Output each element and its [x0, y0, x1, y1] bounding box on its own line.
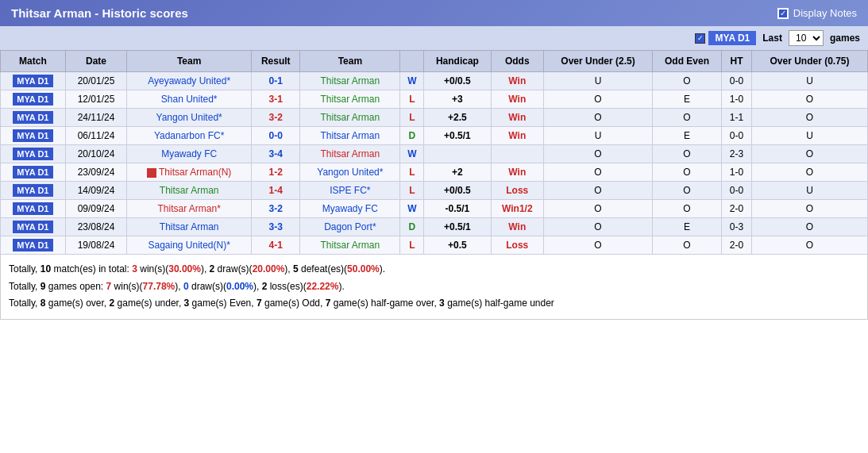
- result-cell: 0-0: [252, 127, 300, 145]
- odds-cell: Win: [491, 90, 543, 109]
- summary-line3: Totally, 8 game(s) over, 2 game(s) under…: [9, 295, 859, 313]
- result-cell: 0-1: [252, 72, 300, 90]
- scores-table: Match Date Team Result Team Handicap Odd…: [0, 50, 868, 255]
- odds-cell: Win1/2: [491, 200, 543, 218]
- oe-cell: O: [653, 145, 722, 163]
- wdl-cell: L: [400, 90, 424, 109]
- col-oe: Odd Even: [653, 51, 722, 72]
- col-result: Result: [252, 51, 300, 72]
- date-cell: 12/01/25: [65, 90, 126, 109]
- league-badge: MYA D1: [708, 31, 756, 45]
- ht-cell: 0-0: [722, 72, 752, 90]
- ou25-cell: U: [543, 72, 652, 90]
- date-cell: 23/09/24: [65, 163, 126, 182]
- ht-cell: 2-0: [722, 200, 752, 218]
- team1-cell: Thitsar Arman*: [127, 200, 252, 218]
- team2-cell: Thitsar Arman: [300, 127, 400, 145]
- team2-cell: Yangon United*: [300, 163, 400, 182]
- col-odds: Odds: [491, 51, 543, 72]
- games-label: games: [830, 33, 860, 44]
- league-cell: MYA D1: [1, 90, 66, 109]
- date-cell: 09/09/24: [65, 200, 126, 218]
- table-row: MYA D123/08/24Thitsar Arman3-3Dagon Port…: [1, 218, 868, 236]
- team1-cell: Thitsar Arman: [127, 182, 252, 200]
- handicap-cell: +3: [424, 90, 491, 109]
- wdl-cell: W: [400, 145, 424, 163]
- col-date: Date: [65, 51, 126, 72]
- handicap-cell: +0/0.5: [424, 72, 491, 90]
- team2-cell: Thitsar Arman: [300, 236, 400, 255]
- league-cell: MYA D1: [1, 218, 66, 236]
- summary-line1: Totally, 10 match(es) in total: 3 win(s)…: [9, 261, 859, 278]
- date-cell: 06/11/24: [65, 127, 126, 145]
- handicap-cell: [424, 145, 491, 163]
- handicap-cell: -0.5/1: [424, 200, 491, 218]
- ou25-cell: O: [543, 182, 652, 200]
- wdl-cell: D: [400, 218, 424, 236]
- table-row: MYA D109/09/24Thitsar Arman*3-2Myawady F…: [1, 200, 868, 218]
- wdl-cell: L: [400, 109, 424, 127]
- league-cell: MYA D1: [1, 109, 66, 127]
- col-match: Match: [1, 51, 66, 72]
- ou075-cell: O: [751, 163, 867, 182]
- ou25-cell: O: [543, 236, 652, 255]
- ht-cell: 0-3: [722, 218, 752, 236]
- display-notes-checkbox[interactable]: ✓: [777, 8, 789, 19]
- result-cell: 1-2: [252, 163, 300, 182]
- ht-cell: 1-0: [722, 163, 752, 182]
- ou075-cell: O: [751, 145, 867, 163]
- last-label: Last: [762, 33, 782, 44]
- team1-cell: Yadanarbon FC*: [127, 127, 252, 145]
- league-filter[interactable]: ✓ MYA D1: [695, 31, 756, 45]
- result-cell: 4-1: [252, 236, 300, 255]
- table-row: MYA D119/08/24Sagaing United(N)*4-1Thits…: [1, 236, 868, 255]
- date-cell: 20/01/25: [65, 72, 126, 90]
- date-cell: 20/10/24: [65, 145, 126, 163]
- handicap-cell: +0/0.5: [424, 182, 491, 200]
- ou075-cell: O: [751, 109, 867, 127]
- team1-cell: Thitsar Arman: [127, 218, 252, 236]
- team2-cell: ISPE FC*: [300, 182, 400, 200]
- ou075-cell: U: [751, 72, 867, 90]
- table-row: MYA D120/01/25Ayeyawady United*0-1Thitsa…: [1, 72, 868, 90]
- games-select[interactable]: 10 5 15 20: [789, 30, 824, 46]
- result-cell: 3-1: [252, 90, 300, 109]
- oe-cell: O: [653, 163, 722, 182]
- ht-cell: 2-3: [722, 145, 752, 163]
- team1-cell: Thitsar Arman(N): [127, 163, 252, 182]
- ou075-cell: U: [751, 127, 867, 145]
- summary-line2: Totally, 9 games open: 7 win(s)(77.78%),…: [9, 278, 859, 296]
- oe-cell: O: [653, 109, 722, 127]
- oe-cell: O: [653, 182, 722, 200]
- result-cell: 3-2: [252, 200, 300, 218]
- oe-cell: O: [653, 72, 722, 90]
- result-cell: 3-4: [252, 145, 300, 163]
- header: Thitsar Arman - Historic scores ✓ Displa…: [0, 0, 868, 26]
- display-notes-label: Display Notes: [793, 7, 857, 19]
- main-container: Thitsar Arman - Historic scores ✓ Displa…: [0, 0, 868, 320]
- date-cell: 23/08/24: [65, 218, 126, 236]
- ou075-cell: U: [751, 182, 867, 200]
- ht-cell: 2-0: [722, 236, 752, 255]
- table-row: MYA D124/11/24Yangon United*3-2Thitsar A…: [1, 109, 868, 127]
- ou075-cell: O: [751, 218, 867, 236]
- ou25-cell: O: [543, 145, 652, 163]
- handicap-cell: +2.5: [424, 109, 491, 127]
- team1-cell: Ayeyawady United*: [127, 72, 252, 90]
- ou25-cell: O: [543, 90, 652, 109]
- result-cell: 1-4: [252, 182, 300, 200]
- col-team2: Team: [300, 51, 400, 72]
- table-row: MYA D123/09/24Thitsar Arman(N)1-2Yangon …: [1, 163, 868, 182]
- oe-cell: O: [653, 236, 722, 255]
- display-notes-control[interactable]: ✓ Display Notes: [777, 7, 857, 19]
- ou25-cell: O: [543, 163, 652, 182]
- date-cell: 24/11/24: [65, 109, 126, 127]
- home-icon: [147, 168, 156, 178]
- oe-cell: E: [653, 218, 722, 236]
- league-cell: MYA D1: [1, 145, 66, 163]
- ht-cell: 0-0: [722, 127, 752, 145]
- league-checkbox[interactable]: ✓: [695, 33, 705, 44]
- col-ht: HT: [722, 51, 752, 72]
- wdl-cell: L: [400, 236, 424, 255]
- league-cell: MYA D1: [1, 127, 66, 145]
